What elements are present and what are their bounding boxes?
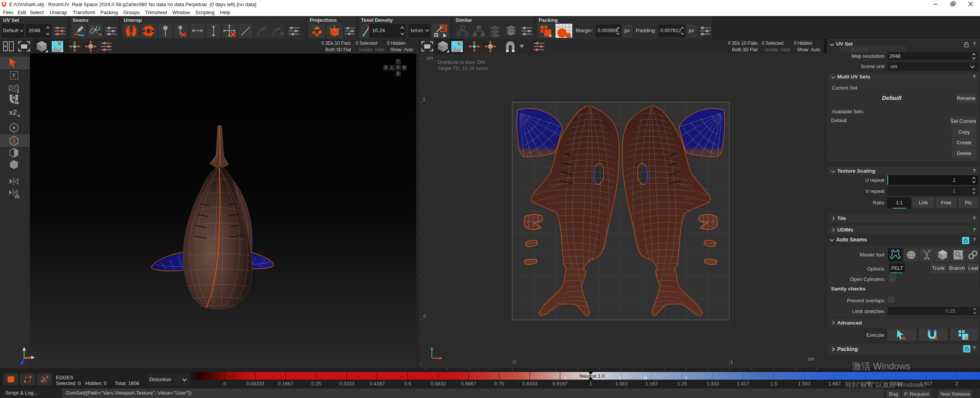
- svg-text:A: A: [902, 335, 906, 340]
- svg-text:A: A: [934, 335, 938, 340]
- svg-text:✂: ✂: [928, 250, 931, 253]
- svg-text:A: A: [965, 335, 969, 340]
- svg-text:T: T: [12, 73, 15, 78]
- svg-text:x2: x2: [9, 108, 17, 116]
- svg-text:TD: TD: [441, 26, 446, 31]
- svg-text:2: 2: [43, 377, 45, 382]
